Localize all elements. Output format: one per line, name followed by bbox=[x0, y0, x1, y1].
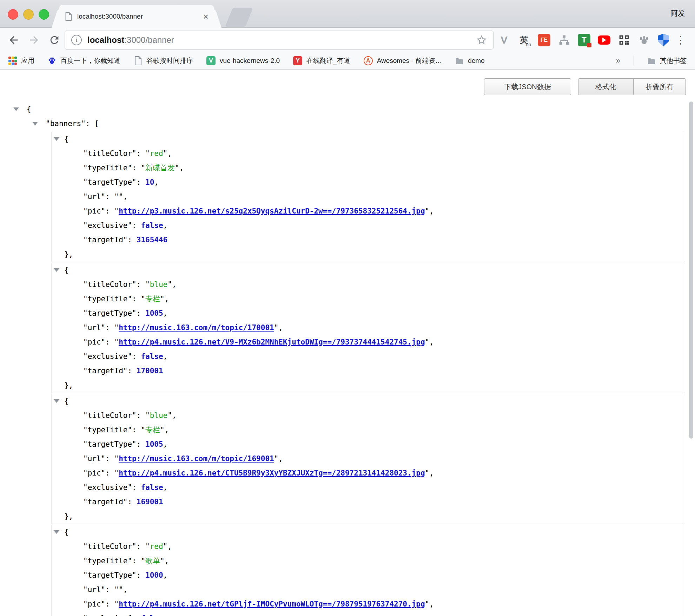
tab-title: localhost:3000/banner bbox=[77, 13, 200, 20]
bookmark-label: 应用 bbox=[21, 56, 34, 65]
browser-menu-icon[interactable]: ⋮ bbox=[675, 34, 686, 46]
collapse-caret-icon[interactable] bbox=[32, 122, 38, 125]
json-property-line: "targetId": 169001 bbox=[52, 495, 685, 509]
json-line: { bbox=[52, 394, 685, 408]
bookmark-label: demo bbox=[468, 57, 485, 65]
collapse-all-button[interactable]: 折叠所有 bbox=[634, 78, 686, 95]
play-icon bbox=[602, 38, 606, 42]
json-url-link[interactable]: http://music.163.com/m/topic/170001 bbox=[119, 323, 274, 332]
format-button[interactable]: 格式化 bbox=[578, 78, 634, 95]
json-url-link[interactable]: http://p4.music.126.net/V9-MXz6b2MNhEKju… bbox=[119, 338, 425, 346]
blue-shield-extension-icon[interactable] bbox=[658, 34, 669, 46]
window-titlebar: localhost:3000/banner × 阿发 bbox=[0, 0, 695, 28]
json-line: { bbox=[52, 525, 685, 539]
json-property-line: "url": "http://music.163.com/m/topic/169… bbox=[52, 452, 685, 466]
json-property-line: "titleColor": "red", bbox=[52, 146, 685, 161]
address-bar[interactable]: i localhost:3000/banner bbox=[65, 31, 494, 50]
org-chart-extension-icon[interactable] bbox=[558, 34, 570, 46]
extensions-area: V 英en FE T bbox=[498, 34, 669, 46]
bookmark-label: 百度一下，你就知道 bbox=[60, 56, 120, 65]
json-line: "banners": [ bbox=[0, 117, 695, 131]
json-property-line: "pic": "http://p4.music.126.net/tGPljf-I… bbox=[52, 597, 685, 611]
json-url-link[interactable]: http://p4.music.126.net/CTU5B9R9y3XyYBZX… bbox=[119, 469, 425, 477]
json-property-line: "url": "", bbox=[52, 190, 685, 204]
reload-button[interactable] bbox=[48, 34, 60, 46]
baidu-paw-icon bbox=[48, 57, 56, 65]
format-button-group: 格式化 折叠所有 bbox=[578, 78, 686, 95]
youdao-icon: Y bbox=[293, 56, 302, 65]
browser-tab[interactable]: localhost:3000/banner × bbox=[59, 5, 214, 28]
json-url-link[interactable]: http://p3.music.126.net/s25q2x5QyqsAzilC… bbox=[119, 207, 425, 215]
collapse-caret-icon[interactable] bbox=[54, 268, 59, 272]
bookmark-label: vue-hackernews-2.0 bbox=[220, 57, 280, 65]
page-content: 下载JSON数据 格式化 折叠所有 {"banners": [{"titleCo… bbox=[0, 71, 695, 616]
json-url-link[interactable]: http://p4.music.126.net/tGPljf-IMOCyPvum… bbox=[119, 600, 425, 608]
translate-extension-icon[interactable]: 英en bbox=[518, 34, 530, 46]
json-line: { bbox=[52, 132, 685, 146]
bookmark-baidu[interactable]: 百度一下，你就知道 bbox=[48, 56, 120, 65]
bookmark-vue-hackernews[interactable]: V vue-hackernews-2.0 bbox=[206, 56, 280, 65]
tab-close-icon[interactable]: × bbox=[203, 12, 208, 21]
json-property-line: "pic": "http://p4.music.126.net/CTU5B9R9… bbox=[52, 466, 685, 480]
page-doc-icon bbox=[134, 57, 142, 65]
bookmark-demo-folder[interactable]: demo bbox=[455, 57, 485, 65]
page-favicon-icon bbox=[65, 12, 72, 21]
bookmarks-overflow-icon[interactable]: » bbox=[616, 56, 620, 65]
profile-name: 阿发 bbox=[670, 8, 685, 18]
new-tab-button[interactable] bbox=[225, 8, 253, 27]
json-line: { bbox=[52, 263, 685, 277]
back-button[interactable] bbox=[8, 34, 20, 46]
folder-icon bbox=[455, 57, 464, 65]
bookmark-youdao-translate[interactable]: Y 在线翻译_有道 bbox=[293, 56, 350, 65]
json-property-line: "typeTitle": "歌单", bbox=[52, 554, 685, 568]
json-property-line: "targetType": 1000, bbox=[52, 568, 685, 583]
window-zoom-button[interactable] bbox=[39, 9, 49, 20]
qr-code-extension-icon[interactable] bbox=[618, 34, 630, 46]
translate-en-glyph: en bbox=[526, 42, 531, 47]
bookmark-star-icon[interactable] bbox=[476, 35, 487, 45]
json-object-box: {"titleColor": "blue","typeTitle": "专栏",… bbox=[51, 263, 685, 393]
json-line: }, bbox=[52, 378, 685, 393]
collapse-caret-icon[interactable] bbox=[13, 107, 19, 111]
json-property-line: "typeTitle": "专栏", bbox=[52, 292, 685, 306]
paw-extension-icon[interactable] bbox=[638, 34, 650, 46]
json-property-line: "targetId": 3165446 bbox=[52, 233, 685, 247]
bookmarks-separator bbox=[634, 56, 634, 66]
youtube-extension-icon[interactable] bbox=[598, 35, 610, 45]
vue-icon: V bbox=[206, 56, 216, 65]
json-line: { bbox=[0, 102, 695, 117]
json-property-line: "exclusive": false bbox=[52, 611, 685, 616]
page-info-icon[interactable]: i bbox=[71, 35, 82, 45]
json-property-line: "pic": "http://p4.music.126.net/V9-MXz6b… bbox=[52, 335, 685, 349]
collapse-caret-icon[interactable] bbox=[54, 399, 59, 403]
bookmark-apps[interactable]: 应用 bbox=[8, 56, 34, 65]
download-json-button[interactable]: 下载JSON数据 bbox=[484, 78, 571, 95]
json-property-line: "typeTitle": "新碟首发", bbox=[52, 161, 685, 175]
bookmark-google-sort[interactable]: 谷歌按时间排序 bbox=[134, 56, 193, 65]
json-property-line: "targetId": 170001 bbox=[52, 364, 685, 378]
json-line: }, bbox=[52, 247, 685, 262]
scrollbar-thumb[interactable] bbox=[689, 101, 693, 439]
json-property-line: "typeTitle": "专栏", bbox=[52, 423, 685, 437]
collapse-caret-icon[interactable] bbox=[54, 530, 59, 534]
collapse-caret-icon[interactable] bbox=[54, 137, 59, 141]
json-property-line: "titleColor": "blue", bbox=[52, 408, 685, 423]
json-line: }, bbox=[52, 509, 685, 524]
bookmark-label: 谷歌按时间排序 bbox=[146, 56, 193, 65]
browser-toolbar: i localhost:3000/banner V 英en FE T ⋮ bbox=[0, 28, 695, 52]
t-shield-extension-icon[interactable]: T bbox=[578, 34, 590, 46]
bookmark-other-bookmarks[interactable]: 其他书签 bbox=[647, 56, 687, 65]
url-path: :3000/banner bbox=[124, 35, 174, 45]
window-minimize-button[interactable] bbox=[23, 9, 34, 20]
bookmark-awesomes[interactable]: A Awesomes - 前端资… bbox=[364, 56, 442, 65]
json-property-line: "targetType": 1005, bbox=[52, 437, 685, 452]
json-property-line: "url": "", bbox=[52, 583, 685, 597]
json-url-link[interactable]: http://music.163.com/m/topic/169001 bbox=[119, 454, 274, 463]
json-property-line: "titleColor": "red", bbox=[52, 539, 685, 554]
fe-extension-icon[interactable]: FE bbox=[538, 34, 550, 46]
vimium-extension-icon[interactable]: V bbox=[498, 34, 510, 46]
forward-button[interactable] bbox=[28, 34, 40, 46]
url-host: localhost bbox=[87, 35, 124, 45]
json-object-box: {"titleColor": "red","typeTitle": "歌单","… bbox=[51, 525, 685, 616]
window-close-button[interactable] bbox=[8, 9, 18, 20]
